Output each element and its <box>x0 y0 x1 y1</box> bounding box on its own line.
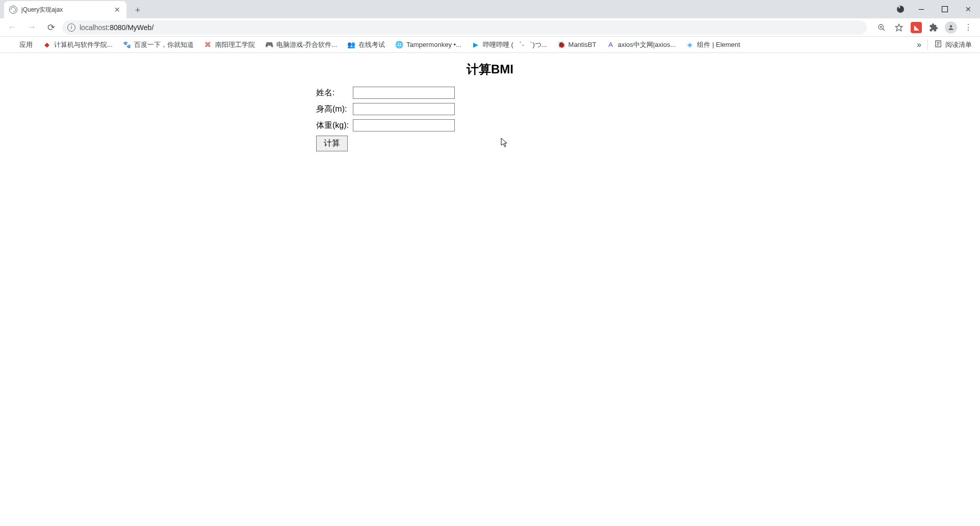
bookmark-label: axios中文网|axios... <box>617 40 676 49</box>
page-content: 计算BMI 姓名: 身高(m): 体重(kg): 计算 <box>0 53 980 151</box>
height-input[interactable] <box>353 103 455 115</box>
svg-line-1 <box>883 29 885 31</box>
site-info-icon[interactable]: i <box>67 23 75 32</box>
globe-icon: 🌐 <box>395 41 403 49</box>
tv-icon: ▶ <box>472 41 480 49</box>
svg-point-5 <box>950 25 952 28</box>
browser-tab-strip: jQuery实现ajax ✕ + <box>0 0 980 18</box>
bookmark-item-2[interactable]: ⌘ 南阳理工学院 <box>200 38 259 51</box>
bookmark-icon: ◈ <box>686 41 694 49</box>
url-text: localhost:8080/MyWeb/ <box>80 23 153 32</box>
back-button[interactable]: ← <box>4 19 20 36</box>
name-input[interactable] <box>353 87 455 99</box>
page-title: 计算BMI <box>0 61 980 77</box>
bookmark-label: 南阳理工学院 <box>215 40 255 49</box>
account-indicator-icon[interactable] <box>891 2 910 17</box>
bookmark-item-4[interactable]: 👥 在线考试 <box>343 38 389 51</box>
bookmark-item-1[interactable]: 🐾 百度一下，你就知道 <box>119 38 198 51</box>
bookmark-item-6[interactable]: ▶ 哔哩哔哩 ( ゜- ゜)つ... <box>468 38 551 51</box>
reading-list-label: 阅读清单 <box>945 40 972 49</box>
address-bar-row: ← → ⟳ i localhost:8080/MyWeb/ ◣ ⋮ <box>0 18 980 37</box>
bookmark-icon: A <box>606 41 614 49</box>
address-bar[interactable]: i localhost:8080/MyWeb/ <box>62 20 867 35</box>
bookmark-label: 计算机与软件学院... <box>54 40 113 49</box>
reading-list-button[interactable]: 阅读清单 <box>930 38 976 51</box>
svg-marker-4 <box>895 24 902 31</box>
bookmark-label: 组件 | Element <box>697 40 740 49</box>
form-row-height: 身高(m): <box>316 103 459 115</box>
new-tab-button[interactable]: + <box>131 3 145 17</box>
bookmark-label: MantisBT <box>569 41 597 48</box>
weight-label: 体重(kg): <box>316 120 353 131</box>
close-window-button[interactable] <box>957 2 980 17</box>
browser-tab[interactable]: jQuery实现ajax ✕ <box>4 1 126 18</box>
bookmarks-overflow[interactable]: » <box>913 38 925 51</box>
form-row-name: 姓名: <box>316 87 459 99</box>
form-row-weight: 体重(kg): <box>316 119 459 132</box>
bookmark-star-icon[interactable] <box>891 20 907 35</box>
paw-icon: 🐾 <box>123 41 131 49</box>
apps-label: 应用 <box>19 40 33 49</box>
tab-title: jQuery实现ajax <box>21 6 109 14</box>
bookmark-item-5[interactable]: 🌐 Tampermonkey •... <box>391 39 466 51</box>
url-host: localhost <box>80 23 108 32</box>
bookmark-item-0[interactable]: ◆ 计算机与软件学院... <box>39 38 117 51</box>
height-label: 身高(m): <box>316 104 353 115</box>
bookmark-item-3[interactable]: 🎮 电脑游戏-乔合软件... <box>261 38 341 51</box>
maximize-button[interactable] <box>933 2 957 17</box>
bookmark-label: 电脑游戏-乔合软件... <box>276 40 337 49</box>
window-controls <box>891 0 980 18</box>
extensions-puzzle-icon[interactable] <box>926 20 941 35</box>
bookmark-label: 在线考试 <box>358 40 385 49</box>
name-label: 姓名: <box>316 88 353 98</box>
bookmark-icon: 🎮 <box>265 41 273 49</box>
apps-grid-icon <box>8 41 16 49</box>
bug-icon: 🐞 <box>557 41 565 49</box>
reading-list-icon <box>934 40 942 49</box>
menu-icon[interactable]: ⋮ <box>961 20 976 35</box>
zoom-icon[interactable] <box>874 20 889 35</box>
bookmark-label: Tampermonkey •... <box>406 41 461 48</box>
globe-icon <box>9 6 17 14</box>
extension-icon[interactable]: ◣ <box>909 20 924 35</box>
calculate-button[interactable]: 计算 <box>316 136 348 151</box>
bookmark-label: 哔哩哔哩 ( ゜- ゜)つ... <box>483 40 547 49</box>
chevron-right-icon: » <box>917 40 921 49</box>
reload-button[interactable]: ⟳ <box>43 19 59 36</box>
toolbar-icons: ◣ ⋮ <box>874 20 976 35</box>
profile-avatar-icon[interactable] <box>943 20 959 35</box>
minimize-button[interactable] <box>910 2 933 17</box>
apps-bookmark[interactable]: 应用 <box>4 38 37 51</box>
bookmark-icon: 👥 <box>347 41 355 49</box>
bookmark-icon: ⌘ <box>204 41 212 49</box>
url-path: :8080/MyWeb/ <box>108 23 153 32</box>
forward-button[interactable]: → <box>23 19 40 36</box>
weight-input[interactable] <box>353 119 455 132</box>
bookmark-item-8[interactable]: A axios中文网|axios... <box>602 38 680 51</box>
bmi-form: 姓名: 身高(m): 体重(kg): 计算 <box>316 87 459 151</box>
bookmark-icon: ◆ <box>43 41 51 49</box>
bookmarks-bar: 应用 ◆ 计算机与软件学院... 🐾 百度一下，你就知道 ⌘ 南阳理工学院 🎮 … <box>0 37 980 53</box>
close-tab-icon[interactable]: ✕ <box>113 6 121 14</box>
bookmark-item-9[interactable]: ◈ 组件 | Element <box>682 38 744 51</box>
bookmark-label: 百度一下，你就知道 <box>134 40 194 49</box>
bookmark-item-7[interactable]: 🐞 MantisBT <box>553 39 601 51</box>
